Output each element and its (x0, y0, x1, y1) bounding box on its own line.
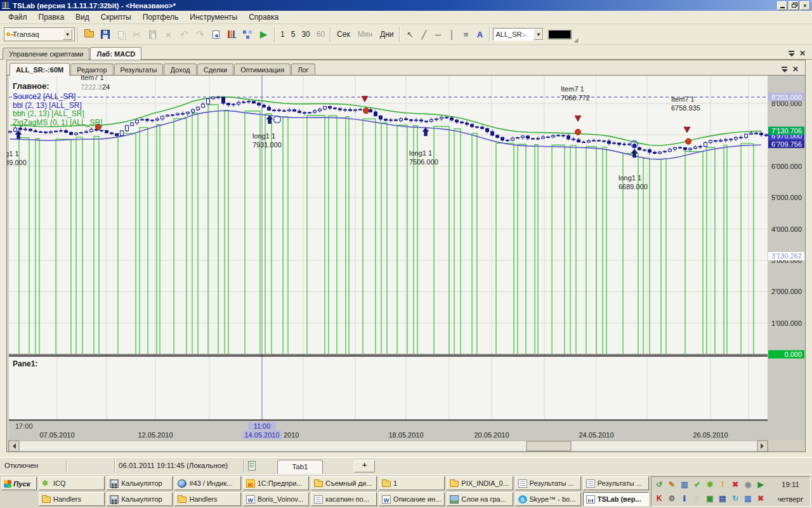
title-bar[interactable]: TSLab (версия 1.1.11.17:32bit) - <Неназв… (0, 0, 812, 11)
antivirus-ok-icon[interactable]: ✔ (691, 478, 704, 491)
taskbar-button-2[interactable]: Handlers (174, 492, 240, 506)
horizontal-line-tool[interactable]: ─ (431, 27, 445, 41)
notes-icon[interactable]: ✎ (665, 478, 678, 491)
script-scheme-button[interactable] (240, 27, 256, 43)
connection-combo[interactable]: Transaq ▼ (4, 27, 75, 41)
menu-item-0[interactable]: Файл (3, 11, 33, 23)
undo-button[interactable]: ↶ (176, 27, 192, 43)
scheduler-icon[interactable]: ▶ (754, 478, 767, 491)
svg-text:07.05.2010: 07.05.2010 (39, 431, 74, 439)
tab-sub-4[interactable]: Сделки (197, 64, 234, 76)
add-workspace-button[interactable]: + (354, 460, 375, 472)
toolbar-overflow-icon[interactable]: ◢ (573, 37, 578, 44)
timeframe-1[interactable]: 1 (278, 29, 287, 40)
taskbar-button-7[interactable]: Skype™ - bo... (515, 492, 581, 506)
minimize-button[interactable] (777, 1, 787, 10)
save-button[interactable] (97, 27, 113, 43)
tab-sub-5[interactable]: Оптимизация (234, 64, 291, 76)
open-button[interactable] (81, 27, 97, 43)
panel-menu-icon[interactable] (782, 67, 789, 72)
sync-icon[interactable]: ◌ (691, 492, 704, 505)
tab-menu-icon[interactable] (789, 51, 796, 57)
delete-button[interactable]: × (160, 27, 176, 43)
menu-item-5[interactable]: Инструменты (184, 11, 243, 23)
network-monitor-icon[interactable]: ▥ (678, 478, 691, 491)
taskbar-button-6[interactable]: PIX_INDIA_0... (447, 476, 513, 490)
menu-item-4[interactable]: Портфель (137, 11, 185, 23)
svg-text:11:00: 11:00 (254, 422, 271, 430)
restore-button[interactable] (789, 1, 799, 10)
devices-icon[interactable]: ⚙ (665, 492, 678, 505)
fibonacci-tool[interactable]: ≡ (459, 27, 473, 41)
tab-sub-2[interactable]: Результаты (114, 64, 164, 76)
taskbar-button-6[interactable]: Слои на гра... (447, 492, 513, 506)
chart-button[interactable] (224, 27, 240, 43)
network-error-icon[interactable]: ✖ (729, 478, 742, 491)
taskbar-button-5[interactable]: 1 (379, 476, 445, 490)
vertical-line-tool[interactable]: │ (445, 27, 459, 41)
cut-button[interactable]: ✂ (129, 27, 145, 43)
color-swatch[interactable] (547, 29, 572, 39)
taskbar-button-8[interactable]: TSLab (вер... (583, 492, 649, 506)
chevron-down-icon[interactable]: ▼ (63, 29, 72, 40)
price-chart[interactable]: Главное:Source2 [ALL_SR]bbl (2, 13) [ALL… (6, 75, 806, 452)
unit-1[interactable]: Мин (355, 29, 376, 40)
tab-main-0[interactable]: Управление скриптами (3, 48, 89, 60)
capture-icon[interactable]: ▣ (704, 492, 716, 505)
unit-2[interactable]: Дни (377, 29, 396, 40)
taskbar-button-4[interactable]: Съемный ди... (311, 476, 377, 490)
tab-main-1[interactable]: Лаб: MACD (90, 47, 141, 60)
language-icon[interactable]: ℹ (678, 492, 691, 505)
icq-tray-icon[interactable]: ✽ (704, 478, 716, 491)
symbol-combo[interactable]: ALL_SR:- ▼ (493, 28, 544, 41)
taskbar-button-0[interactable]: ICQ (39, 476, 105, 490)
menu-item-2[interactable]: Вид (70, 11, 95, 23)
tab-sub-6[interactable]: Лог (291, 64, 315, 76)
trend-line-tool[interactable]: ╱ (417, 27, 431, 41)
start-button[interactable]: Пуск (1, 477, 37, 490)
firewall-warning-icon[interactable]: ! (716, 478, 729, 491)
tab-sub-0[interactable]: ALL_SR:-:60M (10, 63, 70, 76)
taskbar-button-3[interactable]: Boris_Voinov... (243, 492, 309, 506)
copy-button[interactable] (113, 27, 129, 43)
taskbar-button-5[interactable]: Описание ин... (379, 492, 445, 506)
workspace-tab[interactable]: Tab1 (277, 460, 323, 474)
log-page-icon[interactable] (248, 461, 256, 471)
security-alert-icon[interactable]: ✖ (754, 492, 767, 505)
volume-icon[interactable]: ◉ (742, 478, 754, 491)
redo-button[interactable]: ↷ (192, 27, 208, 43)
menu-item-1[interactable]: Правка (33, 11, 70, 23)
taskbar-button-8[interactable]: Результаты ... (583, 476, 649, 490)
panel-close-icon[interactable]: ✕ (792, 67, 799, 72)
player-icon[interactable]: ↻ (729, 492, 742, 505)
windows-icon[interactable]: ▧ (742, 492, 754, 505)
menu-item-3[interactable]: Скрипты (95, 11, 137, 23)
scrollbar-thumb[interactable] (527, 441, 571, 451)
price-axis[interactable]: 8'000.0006'000.0005'000.0004'000.0003'00… (768, 93, 804, 358)
tab-sub-3[interactable]: Доход (164, 64, 196, 76)
keyboard-icon[interactable]: ▤ (716, 492, 729, 505)
tab-sub-1[interactable]: Редактор (70, 64, 113, 76)
tab-close-icon[interactable]: ✕ (799, 51, 806, 57)
cursor-tool[interactable]: ↖ (403, 27, 417, 41)
chevron-down-icon[interactable]: ▼ (534, 29, 543, 40)
timeframe-5[interactable]: 5 (289, 29, 298, 40)
close-button[interactable]: × (800, 1, 810, 10)
taskbar-button-4[interactable]: касаткин по... (311, 492, 377, 506)
properties-button[interactable] (208, 27, 224, 43)
taskbar-button-2[interactable]: #43 / Индик... (174, 476, 240, 490)
taskbar-button-3[interactable]: 1С:Предпри... (243, 476, 309, 490)
taskbar-button-1[interactable]: Калькулятор (107, 492, 173, 506)
taskbar-button-0[interactable]: Handlers (39, 492, 105, 506)
update-manager-icon[interactable]: ↺ (653, 478, 665, 491)
text-label-tool[interactable]: A (473, 27, 487, 41)
kaspersky-icon[interactable]: K (653, 492, 665, 505)
run-button[interactable]: ▶ (256, 27, 272, 43)
taskbar-button-7[interactable]: Результаты ... (515, 476, 581, 490)
timeframe-60[interactable]: 60 (314, 29, 327, 40)
taskbar-button-1[interactable]: Калькулятор (107, 476, 173, 490)
paste-button[interactable] (145, 27, 160, 43)
timeframe-30[interactable]: 30 (299, 29, 312, 40)
unit-0[interactable]: Сек (334, 29, 353, 40)
menu-item-6[interactable]: Справка (243, 11, 284, 23)
